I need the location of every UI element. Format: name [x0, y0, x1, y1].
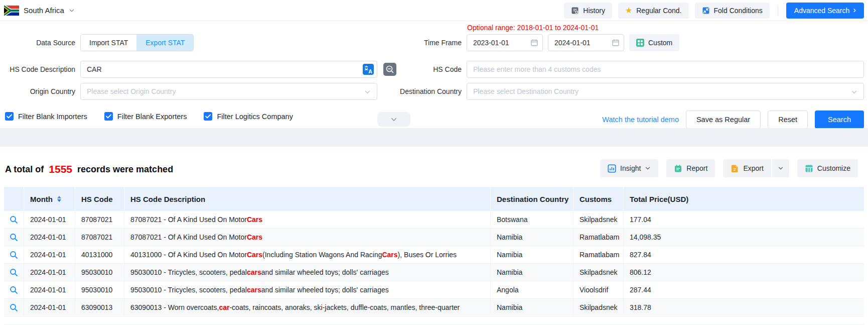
insight-label: Insight [620, 164, 641, 172]
destination-country-select[interactable]: Please select Destination Country [467, 83, 864, 100]
fold-conditions-button[interactable]: Fold Conditions [695, 3, 770, 19]
insight-button[interactable]: Insight [600, 159, 658, 177]
country-name: South Africa [24, 6, 64, 15]
country-picker[interactable]: South Africa [4, 6, 75, 16]
calendar-icon[interactable] [530, 39, 538, 47]
results-summary: A total of 1555 records were matched [5, 160, 173, 179]
export-icon [731, 164, 739, 173]
cell-total-price: 318.78 [624, 299, 864, 316]
chevron-right-icon: › [853, 6, 856, 14]
th-total-price: Total Price(USD) [624, 187, 864, 211]
time-frame-label: Time Frame [351, 34, 462, 51]
date-start-field [467, 34, 543, 51]
cell-description: 95030010 - Tricycles, scooters, pedal ca… [124, 264, 491, 281]
cell-month: 2024-01-01 [24, 281, 75, 298]
table-row: 2024-01-014013100040131000 - Of A Kind U… [4, 246, 864, 264]
cell-destination-country: Botswana [491, 211, 573, 228]
advanced-search-label: Advanced Search [794, 7, 850, 15]
cell-destination-country: Namibia [491, 299, 573, 316]
filter-checkbox-3[interactable]: Filter Logitics Company [204, 112, 293, 121]
collapse-conditions-button[interactable] [377, 112, 410, 127]
row-detail-search-icon[interactable] [4, 281, 24, 298]
checkbox-checked-icon[interactable] [5, 112, 14, 121]
table-row: 2024-01-018708702187087021 - Of A Kind U… [4, 211, 864, 229]
row-detail-search-icon[interactable] [4, 229, 24, 246]
th-month[interactable]: Month [24, 187, 75, 211]
export-label: Export [743, 164, 763, 172]
star-icon: ★ [625, 7, 632, 15]
filter-checkbox-2[interactable]: Filter Blank Exporters [104, 112, 187, 121]
table-row: 2024-01-019503001095030010 - Tricycles, … [4, 281, 864, 299]
cell-total-price: 287.44 [624, 281, 864, 298]
hs-code-field [467, 61, 864, 78]
regular-cond-label: Regular Cond. [636, 7, 681, 15]
record-count: 1555 [49, 163, 72, 175]
cell-month: 2024-01-01 [24, 211, 75, 228]
report-button[interactable]: Report [666, 159, 715, 177]
calendar-icon[interactable] [612, 39, 620, 47]
fold-icon [702, 7, 710, 15]
customize-label: Customize [817, 164, 850, 172]
filter-checkbox-1[interactable]: Filter Blank Importers [5, 112, 87, 121]
hs-description-input[interactable] [80, 61, 377, 78]
custom-button[interactable]: Custom [629, 34, 679, 51]
hs-description-field: A [80, 61, 377, 78]
export-button[interactable]: Export [723, 159, 771, 177]
search-button[interactable]: Search [815, 111, 864, 129]
cell-customs: Ramatlabam [573, 246, 624, 263]
export-dropdown-button[interactable] [772, 159, 789, 177]
cell-customs: Vioolsdrif [573, 281, 624, 298]
checkbox-checked-icon[interactable] [204, 112, 212, 121]
export-stat-option[interactable]: Export STAT [136, 35, 193, 51]
table-row: 2024-01-019503001095030010 - Tricycles, … [4, 264, 864, 281]
checkbox-label: Filter Blank Importers [18, 113, 87, 121]
import-stat-option[interactable]: Import STAT [81, 35, 136, 51]
chevron-down-icon [778, 165, 784, 171]
row-detail-search-icon[interactable] [4, 264, 24, 281]
chevron-down-icon [851, 89, 857, 95]
cell-destination-country: Namibia [491, 229, 573, 246]
th-customs: Customs [573, 187, 624, 211]
results-actions: Insight Report Export Customize [600, 159, 858, 177]
form-actions: Watch the tutorial demo Save as Regular … [602, 111, 864, 129]
origin-country-label: Origin Country [0, 83, 75, 100]
section-separator [0, 128, 868, 147]
filter-checkbox-row: Filter Blank ImportersFilter Blank Expor… [5, 112, 293, 121]
summary-prefix: A total of [5, 164, 44, 175]
origin-country-select[interactable]: Please select Origin Country [80, 83, 377, 100]
sort-icon[interactable] [57, 196, 61, 202]
table-header: MonthHS CodeHS Code DescriptionDestinati… [4, 187, 864, 211]
row-detail-search-icon[interactable] [4, 246, 24, 263]
cell-total-price: 177.04 [624, 211, 864, 228]
cell-customs: Ramatlabam [573, 229, 624, 246]
cell-customs: Skilpadsnek [573, 264, 624, 281]
tutorial-demo-link[interactable]: Watch the tutorial demo [602, 116, 679, 124]
customize-button[interactable]: Customize [797, 159, 858, 177]
cell-description: 63090013 - Worn overcoats, car-coats, ra… [124, 299, 491, 316]
cell-description: 95030010 - Tricycles, scooters, pedal ca… [124, 281, 491, 298]
history-button[interactable]: History [564, 3, 612, 19]
th-blank [4, 187, 24, 211]
hs-code-input[interactable] [467, 61, 864, 78]
advanced-search-button[interactable]: Advanced Search › [786, 3, 864, 19]
data-source-toggle: Import STAT Export STAT [80, 34, 194, 51]
row-detail-search-icon[interactable] [4, 211, 24, 228]
origin-placeholder: Please select Origin Country [87, 87, 176, 95]
cell-customs: Skilpadsnek [573, 299, 624, 316]
th-hs-code: HS Code [75, 187, 124, 211]
cell-customs: Skilpadsnek [573, 211, 624, 228]
cell-total-price: 806.12 [624, 264, 864, 281]
south-africa-flag-icon [4, 6, 19, 16]
cell-month: 2024-01-01 [24, 299, 75, 316]
regular-cond-button[interactable]: ★ Regular Cond. [618, 3, 689, 19]
cell-description: 87087021 - Of A Kind Used On Motor Cars [124, 211, 491, 228]
destination-placeholder: Please select Destination Country [473, 87, 578, 95]
cell-hs-code: 40131000 [75, 246, 124, 263]
cell-hs-code: 87087021 [75, 229, 124, 246]
optional-range-text: Optional range: 2018-01-01 to 2024-01-01 [467, 24, 599, 32]
reset-button[interactable]: Reset [768, 111, 808, 129]
row-detail-search-icon[interactable] [4, 299, 24, 316]
checkbox-checked-icon[interactable] [104, 112, 113, 121]
cell-hs-code: 87087021 [75, 211, 124, 228]
save-as-regular-button[interactable]: Save as Regular [686, 111, 761, 129]
